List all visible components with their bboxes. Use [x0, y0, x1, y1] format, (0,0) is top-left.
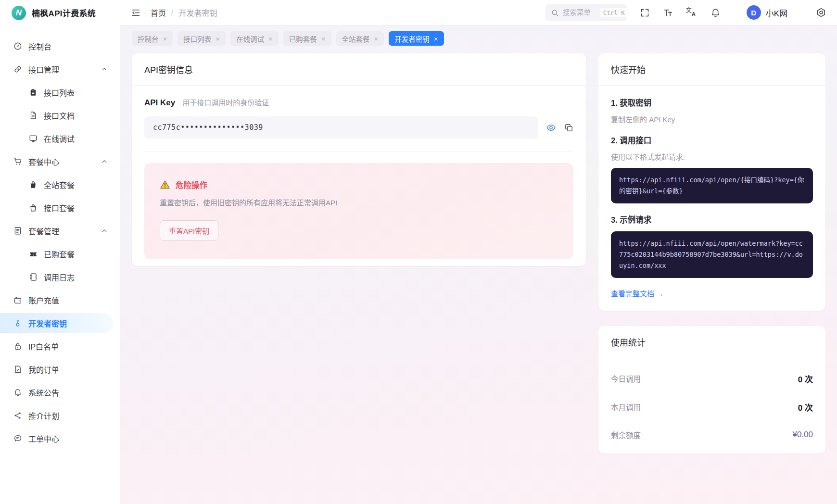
tab-purchased-packages[interactable]: 已购套餐 ×	[283, 31, 331, 46]
quick-start-card: 快速开始 1. 获取密钥 复制左侧的 API Key 2. 调用接口 使用以下格…	[598, 53, 825, 311]
quick-start-title: 快速开始	[598, 53, 825, 86]
tab-dashboard[interactable]: 控制台 ×	[132, 31, 173, 46]
sidebar-item-ticket-center[interactable]: 工单中心	[0, 428, 113, 449]
clipboard-icon	[29, 88, 38, 97]
quick-start-step-2-heading: 2. 调用接口	[611, 134, 813, 146]
sidebar-item-purchased-packages[interactable]: 已购套餐	[0, 244, 113, 264]
app-logo[interactable]: N 楠枫API计费系统	[0, 0, 120, 25]
search-icon	[551, 9, 559, 17]
document-icon	[29, 111, 38, 120]
sidebar-item-api-docs[interactable]: 接口文档	[0, 105, 113, 126]
close-icon[interactable]: ×	[434, 35, 438, 42]
user-name: 小K网	[766, 7, 787, 19]
sidebar-item-label: 账户充值	[28, 294, 59, 306]
stat-value: 0 次	[798, 373, 813, 385]
monitor-icon	[29, 134, 38, 143]
tab-bar: 控制台 × 接口列表 × 在线调试 × 已购套餐 × 全站套餐 ×	[120, 25, 837, 49]
stat-row-month-calls: 本月调用 0 次	[611, 401, 813, 413]
sidebar-item-label: 调用日志	[44, 271, 75, 283]
view-full-docs-link[interactable]: 查看完整文档 →	[611, 288, 663, 298]
topbar: 首页 / 开发者密钥 Ctrl K 文A D 小K网	[120, 0, 837, 25]
sidebar-item-ip-whitelist[interactable]: IP白名单	[0, 336, 113, 356]
lock-icon	[13, 342, 22, 351]
cart-icon	[13, 157, 22, 166]
sidebar-item-label: 工单中心	[28, 433, 59, 444]
chevron-up-icon	[101, 227, 108, 235]
sidebar-item-label: 接口管理	[28, 63, 59, 75]
breadcrumb-home[interactable]: 首页	[151, 7, 166, 18]
settings-gear-icon[interactable]	[816, 7, 826, 18]
share-icon	[13, 411, 22, 420]
translate-icon[interactable]: 文A	[686, 8, 698, 18]
tab-online-debug[interactable]: 在线调试 ×	[230, 31, 279, 46]
sidebar-item-account-recharge[interactable]: 账户充值	[0, 290, 113, 310]
api-key-value-field[interactable]: cc775c••••••••••••••3039	[144, 116, 538, 139]
sidebar-group-package-center[interactable]: 套餐中心	[0, 151, 113, 172]
sidebar-item-label: IP白名单	[28, 340, 59, 352]
section-divider	[144, 151, 573, 151]
gauge-icon	[13, 42, 22, 50]
sidebar-item-api-list[interactable]: 接口列表	[0, 82, 113, 102]
tab-site-packages[interactable]: 全站套餐 ×	[336, 31, 384, 46]
example-request-code-block: https://api.nfiii.com/api/open/watermark…	[611, 231, 813, 278]
chat-icon	[13, 434, 22, 443]
sidebar-item-label: 套餐中心	[28, 156, 59, 167]
search-shortcut-badge: Ctrl K	[600, 8, 628, 17]
sidebar-item-announcements[interactable]: 系统公告	[0, 382, 113, 403]
bell-icon	[13, 388, 22, 397]
quick-start-step-1-desc: 复制左侧的 API Key	[611, 114, 813, 124]
sidebar-item-dashboard[interactable]: 控制台	[0, 36, 113, 56]
close-icon[interactable]: ×	[216, 35, 220, 42]
user-menu[interactable]: D 小K网	[747, 5, 787, 20]
api-key-label: API Key	[144, 98, 175, 108]
tab-developer-key[interactable]: 开发者密钥 ×	[389, 31, 444, 46]
reset-api-key-button[interactable]: 重置API密钥	[160, 220, 218, 241]
copy-icon[interactable]	[564, 123, 573, 132]
close-icon[interactable]: ×	[163, 35, 167, 42]
breadcrumb-separator: /	[171, 8, 173, 17]
bag-icon	[29, 203, 38, 212]
notification-bell-icon[interactable]	[710, 8, 721, 18]
sidebar-nav: 控制台 接口管理 接口列表 接口文档 在线调试 套餐中心	[0, 25, 120, 452]
sidebar-item-my-orders[interactable]: 我的订单	[0, 359, 113, 379]
danger-zone: 危险操作 重置密钥后，使用旧密钥的所有应用将无法正常调用API 重置API密钥	[144, 163, 573, 259]
danger-zone-description: 重置密钥后，使用旧密钥的所有应用将无法正常调用API	[160, 197, 558, 207]
quick-start-step-1-heading: 1. 获取密钥	[611, 97, 813, 108]
api-link-icon	[13, 65, 22, 74]
danger-zone-title: 危险操作	[176, 179, 207, 190]
sidebar-item-developer-key[interactable]: 开发者密钥	[0, 313, 113, 333]
key-icon	[13, 319, 22, 328]
quick-start-step-2-desc: 使用以下格式发起请求:	[611, 151, 813, 162]
fullscreen-icon[interactable]	[640, 8, 650, 18]
side-column: 快速开始 1. 获取密钥 复制左侧的 API Key 2. 调用接口 使用以下格…	[598, 53, 825, 454]
main-region: 首页 / 开发者密钥 Ctrl K 文A D 小K网	[120, 0, 837, 504]
stat-value: ¥0.00	[792, 430, 813, 440]
api-key-card: API密钥信息 API Key 用于接口调用时的身份验证 cc775c•••••…	[132, 53, 586, 266]
tab-api-list[interactable]: 接口列表 ×	[178, 31, 226, 46]
stat-label: 本月调用	[611, 402, 641, 412]
workspace: 控制台 × 接口列表 × 在线调试 × 已购套餐 × 全站套餐 ×	[120, 25, 837, 504]
breadcrumb-current: 开发者密钥	[178, 7, 217, 18]
close-icon[interactable]: ×	[321, 35, 326, 42]
usage-stats-card: 使用统计 今日调用 0 次 本月调用 0 次 剩余额度	[598, 326, 825, 454]
sidebar-collapse-icon[interactable]	[131, 8, 141, 18]
sidebar-group-api-management[interactable]: 接口管理	[0, 59, 113, 79]
sidebar-item-call-logs[interactable]: 调用日志	[0, 267, 113, 287]
stat-label: 剩余额度	[611, 429, 641, 440]
search-box[interactable]: Ctrl K	[545, 4, 627, 21]
sidebar-item-site-packages[interactable]: 全站套餐	[0, 175, 113, 195]
sidebar-item-api-packages[interactable]: 接口套餐	[0, 198, 113, 218]
sidebar-item-referral-program[interactable]: 推介计划	[0, 405, 113, 426]
sidebar-group-package-management[interactable]: 套餐管理	[0, 221, 113, 241]
sidebar-item-label: 我的订单	[28, 364, 59, 375]
stat-label: 今日调用	[611, 373, 641, 384]
sidebar-item-label: 推介计划	[28, 410, 59, 421]
close-icon[interactable]: ×	[374, 35, 379, 42]
eye-icon[interactable]	[546, 123, 556, 133]
wallet-icon	[13, 296, 22, 304]
sidebar-item-online-debug[interactable]: 在线调试	[0, 128, 113, 149]
font-size-icon[interactable]	[663, 8, 673, 18]
search-input[interactable]	[563, 9, 596, 16]
close-icon[interactable]: ×	[268, 35, 273, 42]
app-root: N 楠枫API计费系统 控制台 接口管理 接口列表 接口文档	[0, 0, 837, 504]
